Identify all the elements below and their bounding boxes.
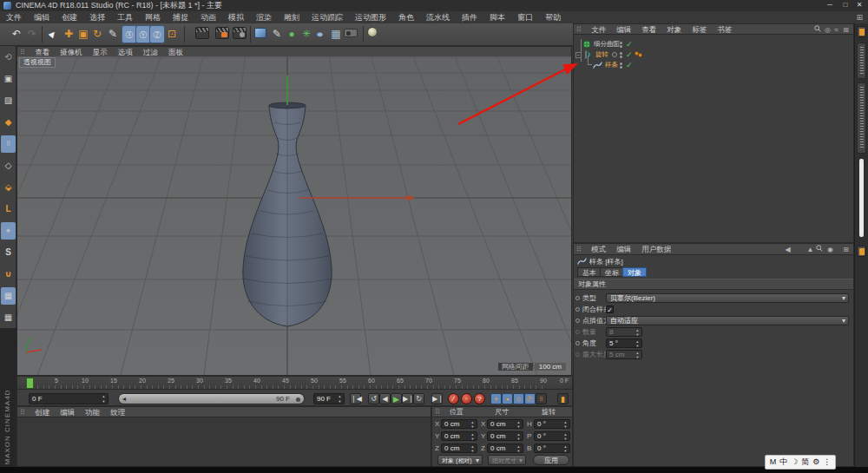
pos-y-field[interactable]: 0 cm▴▾ [441, 431, 477, 441]
vp-menu-filter[interactable]: 过滤 [138, 47, 163, 57]
path-icon[interactable]: ≈ [832, 25, 841, 35]
make-editable-icon[interactable]: ⟲ [1, 49, 16, 66]
light-icon[interactable] [367, 27, 378, 37]
mat-menu-create[interactable]: 创建 [30, 407, 55, 417]
render-settings-icon[interactable] [233, 27, 247, 39]
spinner-icon[interactable]: ▴▾ [516, 432, 522, 441]
workplane-mode-icon[interactable]: ◆ [1, 114, 16, 131]
spinner-icon[interactable]: ▴▾ [562, 444, 569, 453]
last-tool-icon[interactable]: ✎ [105, 25, 121, 43]
render-view-icon[interactable] [195, 27, 209, 39]
ime-simplified[interactable]: 简 [799, 457, 811, 466]
previous-frame-icon[interactable]: ◀ [379, 393, 391, 404]
keyframe-help-icon[interactable]: ? [474, 393, 485, 404]
render-picture-viewer-icon[interactable] [215, 27, 229, 39]
vp-menu-options[interactable]: 选项 [113, 47, 138, 57]
menu-create[interactable]: 创建 [56, 11, 83, 23]
vp-menu-display[interactable]: 显示 [88, 47, 113, 57]
ime-more-icon[interactable]: ⋮ [821, 457, 832, 466]
panel-grip-icon[interactable]: ⠿ [432, 407, 443, 417]
range-end-field[interactable]: 90 F▴▾ [313, 393, 345, 404]
goto-start-icon[interactable]: ❘◀ [350, 393, 361, 404]
vp-menu-view[interactable]: 查看 [30, 47, 55, 57]
menu-file[interactable]: 文件 [0, 11, 28, 23]
visibility-dots-icon[interactable] [620, 51, 623, 59]
z-axis-lock-icon[interactable]: Ⓩ [149, 25, 165, 43]
tab-coordinates[interactable]: 坐标 [600, 267, 624, 277]
om-menu-file[interactable]: 文件 [586, 24, 611, 35]
visibility-dots-icon[interactable] [620, 41, 623, 49]
current-frame-marker[interactable] [26, 378, 34, 389]
ime-halfwidth-icon[interactable]: ☽ [789, 457, 799, 466]
menu-sculpt[interactable]: 雕刻 [278, 11, 306, 23]
menu-edit[interactable]: 编辑 [28, 11, 56, 23]
enable-check-icon[interactable]: ✓ [626, 60, 633, 70]
spinner-icon[interactable]: ▴▾ [516, 420, 522, 429]
dock-scrollbar[interactable] [859, 159, 864, 237]
spinner-icon[interactable]: ▴▾ [470, 420, 476, 429]
texture-mode-icon[interactable]: ▨ [1, 92, 16, 109]
layer-dot-icon[interactable] [612, 52, 617, 57]
menu-pipeline[interactable]: 流水线 [420, 11, 456, 23]
size-x-field[interactable]: 0 cm▴▾ [487, 419, 523, 429]
edges-mode-icon[interactable]: ◇ [1, 157, 16, 174]
spinner-icon[interactable]: ▴▾ [470, 444, 476, 453]
pos-z-field[interactable]: 0 cm▴▾ [441, 443, 477, 453]
key-pla-icon[interactable]: ⠿ [536, 393, 547, 404]
om-menu-edit[interactable]: 编辑 [611, 24, 636, 35]
menu-animate[interactable]: 动画 [194, 11, 222, 23]
close-spline-checkbox[interactable]: ✓ [606, 305, 614, 313]
ime-lang[interactable]: 中 [778, 457, 789, 466]
expand-toggle-icon[interactable]: − [575, 52, 582, 58]
layout-tab[interactable] [857, 43, 866, 79]
spinner-icon[interactable]: ▴▾ [562, 432, 569, 441]
metaball-icon[interactable]: ● [312, 25, 328, 43]
maximize-button[interactable]: □ [838, 0, 852, 11]
visibility-dots-icon[interactable] [620, 62, 623, 69]
type-dropdown[interactable]: 贝塞尔(Bezier)▾ [606, 293, 849, 303]
object-row-spline[interactable]: 样条 ✓ [574, 60, 853, 70]
tweak-mode-icon[interactable]: ⌖ [1, 222, 16, 240]
anim-toggle-icon[interactable] [575, 307, 580, 312]
rotate-tool-icon[interactable]: ↻ [89, 25, 105, 43]
spinner-icon[interactable]: ▴▾ [516, 444, 522, 453]
rot-p-field[interactable]: 0 °▴▾ [534, 431, 570, 441]
object-row-lathe[interactable]: − 旋转 ✓ [574, 49, 853, 60]
am-menu-mode[interactable]: 模式 [586, 244, 611, 254]
spinner-icon[interactable]: ▴▾ [101, 394, 107, 404]
polygons-mode-icon[interactable]: ⬙ [1, 179, 16, 196]
ime-settings-icon[interactable]: ⚙ [811, 457, 821, 466]
rot-b-field[interactable]: 0 °▴▾ [534, 443, 570, 453]
mat-menu-edit[interactable]: 编辑 [55, 407, 80, 417]
om-menu-tags[interactable]: 标签 [687, 24, 712, 35]
coordinate-system-icon[interactable]: ⊡ [164, 25, 180, 43]
loop-mode-icon[interactable]: ↻ [413, 393, 424, 404]
rot-h-field[interactable]: 0 °▴▾ [534, 419, 570, 429]
size-y-field[interactable]: 0 cm▴▾ [487, 431, 523, 441]
play-backwards-icon[interactable]: ↺ [368, 393, 379, 404]
camera-icon[interactable] [344, 29, 358, 37]
layout-tab[interactable] [857, 82, 866, 154]
menu-snap[interactable]: 捕捉 [167, 11, 194, 23]
menu-mesh[interactable]: 网格 [139, 11, 167, 23]
scrubber-handle-icon[interactable] [296, 397, 300, 402]
locked-workplane-icon[interactable]: ▦ [1, 287, 16, 305]
key-rotation-icon[interactable]: ○ [513, 393, 524, 404]
play-forwards-icon[interactable]: ▶ [391, 393, 402, 404]
material-list-area[interactable] [17, 417, 431, 466]
menu-script[interactable]: 脚本 [483, 11, 511, 23]
timeline-ruler[interactable]: 5 10 15 20 25 30 35 40 45 50 55 60 65 70… [17, 377, 572, 390]
object-properties-header[interactable]: 对象属性 [574, 279, 853, 290]
pointer-mode-icon[interactable]: ▲ [806, 245, 815, 254]
object-name[interactable]: 样条 [605, 60, 618, 70]
menu-simulate[interactable]: 模拟 [222, 11, 250, 23]
back-arrow-icon[interactable]: ◀ [783, 245, 792, 254]
am-menu-userdata[interactable]: 用户数据 [636, 244, 676, 254]
timeline-scrubber[interactable]: ◂ 90 F [118, 393, 305, 404]
enable-check-icon[interactable]: ✓ [626, 39, 633, 49]
current-frame-field[interactable]: 0 F▴▾ [29, 393, 108, 404]
size-mode-dropdown[interactable]: 绝对尺寸▾ [488, 455, 526, 465]
tab-object[interactable]: 对象 [622, 267, 647, 277]
lock-icon[interactable]: ◉ [825, 245, 835, 254]
pos-x-field[interactable]: 0 cm▴▾ [441, 419, 477, 429]
